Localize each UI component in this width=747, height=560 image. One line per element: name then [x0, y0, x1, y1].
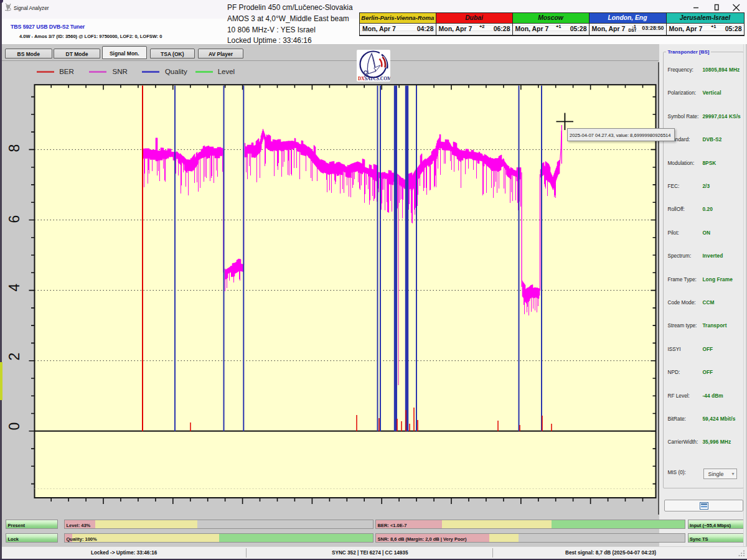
svg-text:DXSATCS.COM: DXSATCS.COM [358, 76, 390, 82]
